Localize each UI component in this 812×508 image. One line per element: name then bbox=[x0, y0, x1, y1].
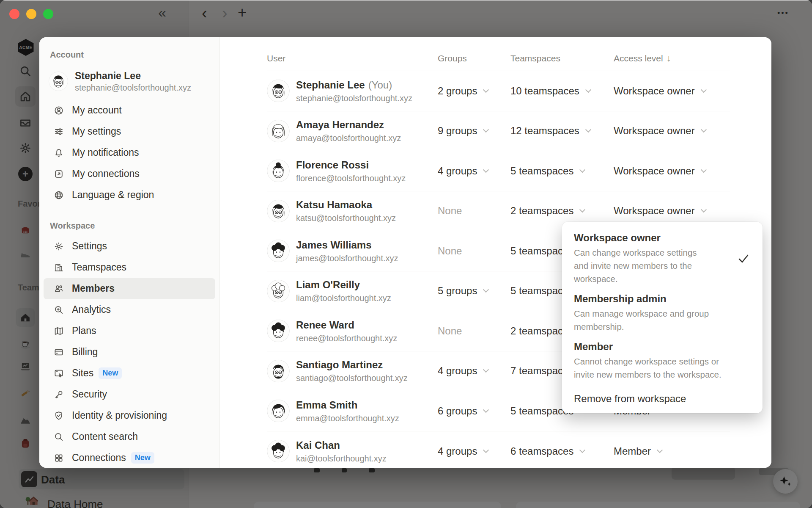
teamspaces-select[interactable]: 5 teamspaces bbox=[510, 165, 584, 177]
teamspaces-select[interactable]: 12 teamspaces bbox=[510, 125, 590, 137]
profile-item[interactable]: Stephanie Lee stephanie@toolsforthought.… bbox=[39, 66, 219, 97]
access-level-select[interactable]: Workspace owner bbox=[614, 85, 706, 97]
sidebar-item-settings[interactable]: Settings bbox=[44, 236, 215, 257]
teamspaces-select[interactable]: 2 teamspaces bbox=[510, 205, 584, 217]
sidebar-item-my-connections[interactable]: My connections bbox=[44, 163, 215, 185]
avatar bbox=[267, 199, 290, 222]
close-window-button[interactable] bbox=[9, 9, 19, 19]
groups-select[interactable]: 4 groups bbox=[438, 165, 488, 177]
sidebar-item-my-settings[interactable]: My settings bbox=[44, 121, 215, 142]
person-circle-icon bbox=[54, 105, 64, 116]
chevron-down-icon bbox=[701, 207, 707, 213]
gear-icon bbox=[54, 241, 64, 251]
groups-select[interactable]: 6 groups bbox=[438, 405, 488, 417]
member-email: renee@toolsforthought.xyz bbox=[296, 333, 397, 343]
column-header-user: User bbox=[267, 53, 285, 64]
user-cell: Liam O'Reilly liam@toolsforthought.xyz bbox=[267, 279, 391, 303]
shield-check-icon bbox=[54, 411, 64, 421]
profile-email: stephanie@toolsforthought.xyz bbox=[75, 82, 191, 93]
chevron-down-icon bbox=[701, 167, 707, 173]
sidebar-item-members[interactable]: Members bbox=[44, 278, 215, 299]
member-name: Liam O'Reilly bbox=[296, 279, 360, 290]
window-controls bbox=[9, 9, 53, 19]
member-name: Florence Rossi bbox=[296, 159, 369, 170]
access-level-select[interactable]: Workspace owner bbox=[614, 125, 706, 137]
people-icon bbox=[54, 284, 64, 294]
access-level-option-member[interactable]: Member Cannot change workspace settings … bbox=[562, 337, 763, 385]
remove-from-workspace-option[interactable]: Remove from workspace bbox=[562, 387, 763, 407]
teamspaces-select[interactable]: 10 teamspaces bbox=[510, 85, 590, 97]
chevron-down-icon bbox=[701, 87, 707, 93]
sort-descending-icon: ↓ bbox=[667, 53, 671, 64]
avatar bbox=[267, 359, 290, 382]
user-cell: Kai Chan kai@toolsforthought.xyz bbox=[267, 439, 387, 463]
groups-select[interactable]: 9 groups bbox=[438, 125, 488, 137]
app-window: ACME + Favorites Teamspaces Data Data Ho… bbox=[0, 0, 812, 508]
access-level-option-membership-admin[interactable]: Membership admin Can manage workspace an… bbox=[562, 290, 763, 337]
you-suffix: (You) bbox=[368, 79, 392, 90]
sidebar-item-identity-provisioning[interactable]: Identity & provisioning bbox=[44, 405, 215, 426]
chevron-down-icon bbox=[585, 87, 591, 93]
groups-select[interactable]: 4 groups bbox=[438, 445, 488, 457]
user-cell: Florence Rossi florence@toolsforthought.… bbox=[267, 159, 406, 183]
settings-sidebar: Account Stephanie Lee stephanie@toolsfor… bbox=[39, 37, 220, 468]
avatar bbox=[267, 400, 290, 422]
chevron-down-icon bbox=[585, 127, 591, 133]
member-email: kai@toolsforthought.xyz bbox=[296, 453, 387, 463]
table-header: User Groups Teamspaces Access level↓ bbox=[267, 46, 730, 71]
globe-icon bbox=[54, 190, 64, 200]
groups-select: None bbox=[438, 325, 462, 337]
sidebar-item-connections[interactable]: Connections New bbox=[44, 447, 215, 468]
column-header-access-level[interactable]: Access level↓ bbox=[614, 53, 671, 64]
workspace-section-header: Workspace bbox=[50, 221, 219, 231]
groups-select: None bbox=[438, 245, 462, 257]
sidebar-item-content-search[interactable]: Content search bbox=[44, 426, 215, 447]
settings-dialog: Account Stephanie Lee stephanie@toolsfor… bbox=[39, 37, 771, 468]
sidebar-item-plans[interactable]: Plans bbox=[44, 320, 215, 342]
chevron-down-icon bbox=[483, 167, 489, 173]
access-level-select[interactable]: Workspace owner bbox=[614, 165, 706, 177]
arrow-out-box-icon bbox=[54, 169, 64, 179]
user-cell: Katsu Hamaoka katsu@toolsforthought.xyz bbox=[267, 199, 396, 223]
minimize-window-button[interactable] bbox=[26, 9, 36, 19]
browser-cursor-icon bbox=[54, 368, 64, 378]
member-name: Kai Chan bbox=[296, 439, 340, 450]
map-icon bbox=[54, 326, 64, 336]
access-level-menu: Workspace owner Can change workspace set… bbox=[562, 222, 763, 413]
sidebar-item-analytics[interactable]: Analytics bbox=[44, 299, 215, 320]
user-cell: Santiago Martinez santiago@toolsforthoug… bbox=[267, 359, 408, 383]
groups-select[interactable]: 5 groups bbox=[438, 285, 488, 297]
sidebar-item-my-notifications[interactable]: My notifications bbox=[44, 142, 215, 163]
avatar bbox=[267, 119, 290, 142]
key-icon bbox=[54, 389, 64, 400]
member-email: emma@toolsforthought.xyz bbox=[296, 413, 399, 423]
sidebar-item-sites[interactable]: Sites New bbox=[44, 363, 215, 384]
member-name: Renee Ward bbox=[296, 319, 354, 330]
search-icon bbox=[54, 432, 64, 442]
sidebar-item-language-region[interactable]: Language & region bbox=[44, 185, 215, 206]
access-level-select[interactable]: Workspace owner bbox=[614, 205, 706, 217]
user-cell: Amaya Hernandez amaya@toolsforthought.xy… bbox=[267, 119, 401, 143]
sidebar-item-my-account[interactable]: My account bbox=[44, 100, 215, 121]
table-row: Amaya Hernandez amaya@toolsforthought.xy… bbox=[267, 111, 730, 152]
sidebar-item-security[interactable]: Security bbox=[44, 384, 215, 405]
teamspaces-select[interactable]: 6 teamspaces bbox=[510, 445, 584, 457]
sidebar-item-billing[interactable]: Billing bbox=[44, 342, 215, 363]
member-email: stephanie@toolsforthought.xyz bbox=[296, 93, 412, 103]
member-name: Emma Smith bbox=[296, 399, 357, 410]
check-icon bbox=[737, 252, 750, 265]
chevron-down-icon bbox=[483, 447, 489, 453]
access-level-select[interactable]: Member bbox=[614, 445, 662, 457]
zoom-window-button[interactable] bbox=[43, 9, 53, 19]
groups-select[interactable]: 4 groups bbox=[438, 365, 488, 377]
access-level-option-workspace-owner[interactable]: Workspace owner Can change workspace set… bbox=[562, 229, 763, 290]
sidebar-item-teamspaces[interactable]: Teamspaces bbox=[44, 257, 215, 278]
chevron-down-icon bbox=[483, 407, 489, 413]
groups-select[interactable]: 2 groups bbox=[438, 85, 488, 97]
user-cell: Emma Smith emma@toolsforthought.xyz bbox=[267, 399, 399, 423]
chevron-down-icon bbox=[483, 287, 489, 293]
new-badge: New bbox=[131, 452, 154, 464]
member-name: Amaya Hernandez bbox=[296, 119, 384, 130]
avatar bbox=[267, 240, 290, 262]
member-name: James Williams bbox=[296, 239, 372, 250]
